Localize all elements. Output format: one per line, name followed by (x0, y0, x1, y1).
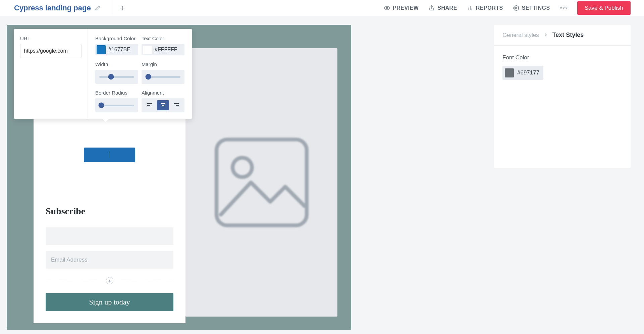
margin-slider[interactable] (142, 70, 184, 84)
bg-color-value: #1677BE (108, 47, 130, 53)
text-color-label: Text Color (142, 36, 184, 41)
alignment-group (142, 98, 184, 112)
radius-label: Border Radius (95, 90, 138, 96)
text-color-value: #FFFFFF (155, 47, 177, 53)
margin-label: Margin (142, 61, 184, 67)
url-input[interactable] (20, 44, 82, 58)
align-left-button[interactable] (144, 100, 156, 110)
breadcrumb-parent[interactable]: General styles (502, 32, 539, 39)
svg-point-9 (232, 158, 252, 177)
svg-rect-8 (216, 140, 307, 225)
reports-label: REPORTS (476, 5, 503, 11)
text-swatch (143, 45, 152, 54)
settings-link[interactable]: SETTINGS (513, 5, 550, 11)
insert-divider: + (46, 277, 173, 284)
styles-sidebar: General styles Text Styles Font Color #6… (494, 25, 631, 168)
svg-point-7 (515, 7, 517, 9)
subscribe-heading[interactable]: Subscribe (46, 206, 173, 217)
width-label: Width (95, 61, 138, 67)
bg-color-field[interactable]: #1677BE (95, 44, 138, 55)
add-block-icon[interactable]: + (106, 277, 113, 284)
bg-swatch (97, 45, 106, 54)
email-input[interactable] (46, 251, 173, 269)
more-icon[interactable] (560, 7, 567, 9)
font-color-field[interactable]: #697177 (502, 66, 543, 80)
add-page-icon[interactable] (112, 0, 126, 16)
save-publish-button[interactable]: Save & Publish (577, 1, 631, 15)
signup-button[interactable]: Sign up today (46, 293, 173, 311)
bg-color-label: Background Color (95, 36, 138, 41)
share-link[interactable]: SHARE (429, 5, 457, 11)
sidebar-breadcrumb: General styles Text Styles (494, 25, 631, 46)
element-properties-popover: URL Background Color #1677BE Text Color … (14, 29, 192, 119)
svg-point-2 (386, 7, 388, 9)
text-color-field[interactable]: #FFFFFF (142, 44, 184, 55)
name-input[interactable] (46, 227, 173, 245)
radius-slider[interactable] (95, 98, 138, 112)
font-color-swatch (505, 68, 514, 77)
preview-label: PREVIEW (393, 5, 419, 11)
width-slider[interactable] (95, 70, 138, 84)
settings-label: SETTINGS (522, 5, 550, 11)
reports-link[interactable]: REPORTS (467, 5, 503, 11)
align-right-button[interactable] (170, 100, 182, 110)
url-label: URL (20, 36, 82, 41)
breadcrumb-current: Text Styles (552, 32, 584, 39)
page-title: Cypress landing page (14, 4, 91, 12)
font-color-label: Font Color (502, 54, 622, 61)
preview-link[interactable]: PREVIEW (384, 5, 419, 11)
topbar-nav: PREVIEW SHARE REPORTS SETTINGS Save & Pu… (384, 1, 631, 15)
subscribe-block: Subscribe + Sign up today (46, 206, 173, 311)
image-placeholder[interactable] (185, 48, 337, 317)
share-label: SHARE (437, 5, 457, 11)
align-center-button[interactable] (157, 100, 169, 110)
top-bar: Cypress landing page PREVIEW SHARE REPOR… (0, 0, 644, 16)
selected-button-element[interactable] (84, 148, 135, 162)
font-color-value: #697177 (517, 69, 539, 76)
chevron-right-icon (544, 32, 547, 38)
alignment-label: Alignment (142, 90, 184, 96)
edit-name-icon[interactable] (95, 5, 101, 11)
